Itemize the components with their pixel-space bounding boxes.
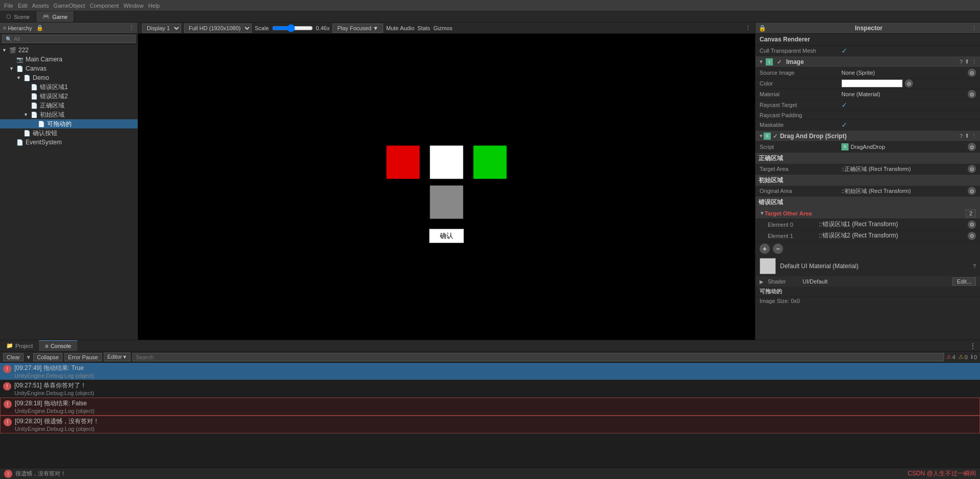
target-area-picker-btn[interactable]: ⊙ <box>968 165 976 173</box>
canvas-renderer-section: Canvas Renderer <box>755 34 980 46</box>
tree-item-initial[interactable]: ▼ 📄 初始区域 <box>0 110 138 119</box>
source-image-value: None (Sprite) <box>841 70 875 76</box>
hierarchy-search-input[interactable] <box>14 36 106 42</box>
raycast-target-value: ✓ <box>841 101 976 109</box>
image-enabled-check[interactable]: ✓ <box>777 58 782 66</box>
script-row: Script S DragAndDrop ⊙ <box>755 142 980 153</box>
arrow-icon: ▼ <box>2 48 9 53</box>
script-picker-btn[interactable]: ⊙ <box>968 143 976 151</box>
original-area-row: Original Area ::初始区域 (Rect Transform) ⊙ <box>755 186 980 197</box>
error-area-section-header: 错误区域 <box>755 197 980 208</box>
inspector-title: Inspector <box>855 25 882 32</box>
clear-dropdown-icon[interactable]: ▼ <box>26 354 31 360</box>
display-select[interactable]: Display 1 <box>142 24 181 33</box>
canvas-renderer-label: Canvas Renderer <box>760 36 810 43</box>
scene-tab-icon: ⬡ <box>6 13 11 20</box>
image-help-btn[interactable]: ? <box>960 58 963 65</box>
stats-label[interactable]: Stats <box>417 25 430 31</box>
error-pause-btn[interactable]: Error Pause <box>64 353 102 361</box>
drag-drop-more-btn[interactable]: ⋮ <box>971 133 977 139</box>
maskable-checkmark-icon: ✓ <box>841 121 848 129</box>
tree-item-error1[interactable]: 📄 错误区域1 <box>0 82 138 92</box>
source-image-picker-btn[interactable]: ⊙ <box>968 69 976 77</box>
console-msg-1[interactable]: ! [09:27:51] 恭喜你答对了！ UnityEngine.Debug:L… <box>0 380 980 398</box>
drag-drop-maximize-btn[interactable]: ⬆ <box>965 133 969 139</box>
object-icon: 📄 <box>31 102 38 109</box>
target-other-area-row: ▼ Target Other Area 2 <box>755 208 980 219</box>
tree-item-main-camera[interactable]: 📷 Main Camera <box>0 55 138 64</box>
edit-shader-btn[interactable]: Edit... <box>952 277 976 286</box>
tree-item-confirm-btn[interactable]: 📄 确认按钮 <box>0 128 138 138</box>
tree-item-error2[interactable]: 📄 错误区域2 <box>0 92 138 101</box>
msg2-text: [09:28:18] 拖动结果: False UnityEngine.Debug… <box>15 399 976 414</box>
tree-item-demo[interactable]: ▼ 📄 Demo <box>0 73 138 82</box>
material-value: None (Material) <box>841 91 880 97</box>
initial-area-section-header: 初始区域 <box>755 175 980 186</box>
remove-element-btn[interactable]: − <box>773 244 783 254</box>
error-area-label: 错误区域 <box>759 198 783 207</box>
resolution-select[interactable]: Full HD (1920x1080) <box>184 24 252 33</box>
tree-item-canvas[interactable]: ▼ 📄 Canvas <box>0 64 138 73</box>
inspector-more-btn[interactable]: ⋮ <box>971 25 977 31</box>
color-picker-btn[interactable]: ⊙ <box>905 79 913 88</box>
add-element-btn[interactable]: + <box>760 244 770 254</box>
green-block <box>474 146 507 179</box>
image-section-header[interactable]: ▼ I ✓ Image ? ⬆ ⋮ <box>755 56 980 68</box>
drag-drop-expand-icon: ▼ <box>759 133 764 139</box>
console-msg-3[interactable]: ! [09:28:20] 很遗憾，没有答对！ UnityEngine.Debug… <box>0 416 980 433</box>
gizmos-label[interactable]: Gizmos <box>433 25 452 31</box>
mute-audio-label[interactable]: Mute Audio <box>386 25 414 31</box>
msg0-text: [09:27:49] 拖动结果: True UnityEngine.Debug:… <box>14 364 977 379</box>
more-options-icon[interactable]: ⋮ <box>745 25 751 31</box>
confirm-game-button[interactable]: 确认 <box>429 229 464 243</box>
item-label: 可拖动的 <box>47 120 72 128</box>
tree-item-222[interactable]: ▼ 🎬 222 <box>0 46 138 55</box>
drag-drop-actions: ? ⬆ ⋮ <box>960 133 977 139</box>
console-search-input[interactable] <box>132 353 944 361</box>
tree-item-correct[interactable]: 📄 正确区域 <box>0 101 138 110</box>
tab-game[interactable]: 🎮 Game <box>36 11 74 22</box>
msg1-icon: ! <box>3 382 11 390</box>
item-label: EventSystem <box>26 139 62 146</box>
drag-drop-header[interactable]: ▼ S ✓ Drag And Drop (Script) ? ⬆ ⋮ <box>755 130 980 142</box>
image-more-btn[interactable]: ⋮ <box>971 58 977 65</box>
bottom-more-icon[interactable]: ⋮ <box>970 342 976 350</box>
drag-drop-enabled-check[interactable]: ✓ <box>773 133 778 140</box>
unity-main-toolbar: File Edit Assets GameObject Component Wi… <box>0 0 980 11</box>
draggable-label-text: 可拖动的 <box>760 288 782 294</box>
drag-drop-help-btn[interactable]: ? <box>960 133 963 139</box>
material-help-btn[interactable]: ? <box>973 263 976 269</box>
status-error-icon: ! <box>4 470 12 478</box>
target-other-count: 2 <box>966 209 976 217</box>
editor-btn[interactable]: Editor ▾ <box>104 353 130 361</box>
element0-picker-btn[interactable]: ⊙ <box>968 221 976 229</box>
material-picker-btn[interactable]: ⊙ <box>968 90 976 98</box>
canvas-icon: 📄 <box>16 66 24 72</box>
tree-item-draggable[interactable]: 📄 可拖动的 <box>0 119 138 128</box>
scale-slider[interactable] <box>272 24 313 32</box>
hierarchy-more-icon[interactable]: ⋮ <box>129 25 135 31</box>
error-count: 4 <box>952 354 955 360</box>
color-value-container: ⊙ <box>841 79 976 88</box>
clear-btn[interactable]: Clear <box>3 353 24 361</box>
console-msg-2[interactable]: ! [09:28:18] 拖动结果: False UnityEngine.Deb… <box>0 398 980 416</box>
color-swatch[interactable] <box>841 79 903 88</box>
warning-count: 0 <box>965 354 968 360</box>
raycast-padding-label: Raycast Padding <box>760 112 841 118</box>
raycast-target-label: Raycast Target <box>760 102 841 108</box>
tab-scene[interactable]: ⬡ Scene <box>0 11 36 22</box>
tab-console[interactable]: ≡ Console <box>39 340 77 351</box>
tree-item-eventsystem[interactable]: 📄 EventSystem <box>0 138 138 147</box>
status-text: 很遗憾，没有答对！ <box>15 470 66 477</box>
element0-row: Element 0 ::错误区域1 (Rect Transform) ⊙ <box>755 219 980 230</box>
element1-picker-btn[interactable]: ⊙ <box>968 232 976 240</box>
play-focused-button[interactable]: Play Focused ▼ <box>332 24 383 33</box>
item-label: 错误区域1 <box>40 83 68 92</box>
console-msg-0[interactable]: ! [09:27:49] 拖动结果: True UnityEngine.Debu… <box>0 363 980 380</box>
tab-project[interactable]: 📁 Project <box>0 340 39 351</box>
log-count-icon: ℹ <box>971 354 973 360</box>
element1-value: ::错误区域2 (Rect Transform) <box>819 231 898 240</box>
original-area-picker-btn[interactable]: ⊙ <box>968 187 976 195</box>
collapse-btn[interactable]: Collapse <box>33 353 62 361</box>
image-maximize-btn[interactable]: ⬆ <box>965 58 969 65</box>
